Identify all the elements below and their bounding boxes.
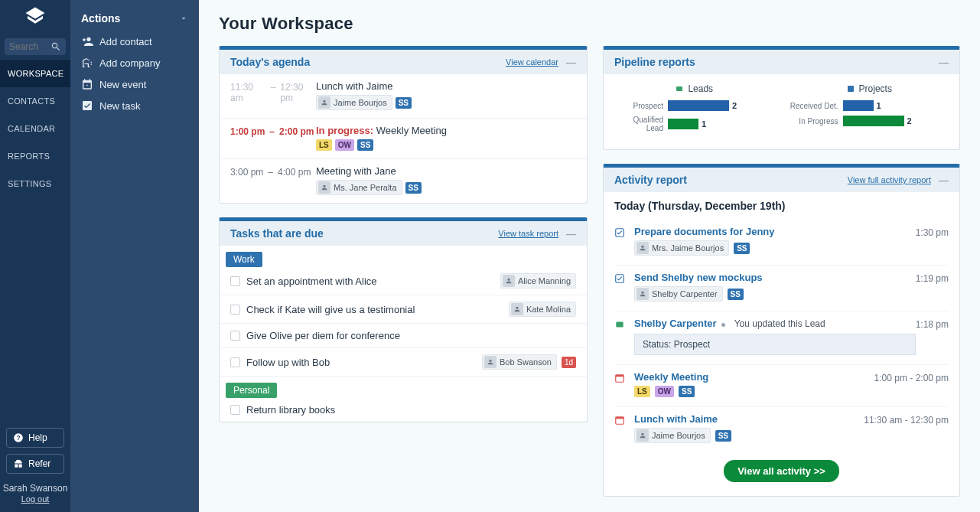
logout-link[interactable]: Log out [21, 494, 50, 504]
initials-badge[interactable]: LS [634, 386, 650, 397]
logo[interactable] [0, 0, 70, 34]
person-chip[interactable]: Jaime Bourjos [634, 428, 711, 443]
help-icon: ? [13, 432, 24, 443]
task-row[interactable]: Give Olive per diem for conference [220, 324, 587, 348]
activity-title: Activity report [614, 174, 687, 186]
svg-rect-6 [616, 322, 623, 328]
nav-item-calendar[interactable]: CALENDAR [0, 115, 70, 142]
initials-badge[interactable]: SS [357, 139, 373, 151]
activity-item-title[interactable]: Shelby Carpenter [634, 318, 717, 329]
new-task-icon [81, 99, 93, 112]
pipeline-title: Pipeline reports [614, 56, 695, 68]
nav-item-contacts[interactable]: CONTACTS [0, 87, 70, 115]
person-chip[interactable]: Kate Molina [509, 302, 576, 317]
chevron-down-icon[interactable] [179, 14, 188, 23]
pipeline-bar-row[interactable]: Prospect2 [614, 100, 774, 111]
view-activity-link[interactable]: View full activity report [848, 175, 931, 184]
action-add-contact[interactable]: Add contact [70, 31, 199, 52]
view-calendar-link[interactable]: View calendar [506, 57, 558, 67]
activity-time: 1:18 pm [916, 318, 949, 355]
person-chip[interactable]: Mrs. Jaime Bourjos [634, 240, 729, 256]
add-company-icon [81, 57, 93, 69]
task-checkbox[interactable] [230, 357, 240, 367]
collapse-icon[interactable]: — [566, 228, 576, 240]
task-label: Check if Kate will give us a testimonial [246, 304, 509, 315]
pipeline-col-title: Leads [614, 83, 774, 94]
initials-badge[interactable]: SS [734, 243, 750, 254]
initials-badge[interactable]: SS [728, 289, 744, 300]
activity-item[interactable]: Prepare documents for JennyMrs. Jaime Bo… [614, 220, 949, 266]
activity-item-title[interactable]: Lunch with Jaime [634, 413, 718, 425]
person-chip[interactable]: Alice Manning [500, 273, 576, 289]
user-name: Sarah Swanson [0, 483, 70, 494]
pipeline-col-title: Projects [790, 83, 949, 94]
pipeline-card: Pipeline reports — LeadsProspect2Qualifi… [603, 46, 960, 150]
task-checkbox[interactable] [230, 331, 240, 341]
task-row[interactable]: Check if Kate will give us a testimonial… [220, 295, 587, 324]
help-button[interactable]: ? Help [6, 428, 64, 448]
nav-item-reports[interactable]: REPORTS [0, 142, 70, 170]
cal-icon [614, 413, 628, 443]
new-event-icon [81, 78, 93, 90]
tasks-title: Tasks that are due [230, 227, 324, 240]
pipeline-bar-row[interactable]: Received Det.1 [790, 100, 949, 111]
agenda-card: Today's agenda View calendar — 11:30 am–… [219, 46, 588, 204]
task-checkbox[interactable] [230, 405, 240, 415]
initials-badge[interactable]: LS [316, 139, 332, 151]
task-checkbox[interactable] [230, 305, 240, 315]
activity-item-title[interactable]: Prepare documents for Jenny [634, 226, 775, 237]
person-chip[interactable]: Shelby Carpenter [634, 286, 723, 302]
person-chip[interactable]: Ms. Jane Peralta [316, 180, 402, 195]
activity-time: 1:19 pm [916, 272, 949, 302]
initials-badge[interactable]: OW [335, 139, 354, 151]
pipeline-bar-row[interactable]: In Progress2 [790, 116, 949, 126]
svg-text:?: ? [17, 435, 21, 442]
task-label: Follow up with Bob [246, 357, 482, 368]
activity-item[interactable]: Send Shelby new mockupsShelby CarpenterS… [614, 266, 949, 311]
action-new-task[interactable]: New task [70, 95, 199, 116]
search-input[interactable] [9, 41, 50, 52]
task-row[interactable]: Set an appointment with AliceAlice Manni… [220, 267, 587, 295]
collapse-icon[interactable]: — [939, 57, 949, 68]
lead-icon [614, 318, 628, 355]
nav-item-settings[interactable]: SETTINGS [0, 170, 70, 197]
activity-item-title[interactable]: Send Shelby new mockups [634, 272, 763, 283]
avatar-icon [511, 303, 523, 315]
view-all-activity-button[interactable]: View all activity >> [724, 460, 839, 482]
person-chip[interactable]: Bob Swanson [482, 354, 557, 370]
task-checkbox[interactable] [230, 276, 240, 286]
initials-badge[interactable]: SS [396, 97, 412, 109]
activity-item-title[interactable]: Weekly Meeting [634, 371, 708, 383]
initials-badge[interactable]: SS [679, 386, 695, 397]
search-box[interactable] [5, 38, 66, 55]
pipeline-bar-row[interactable]: Qualified Lead1 [614, 116, 774, 132]
nav-item-workspace[interactable]: WORKSPACE [0, 60, 70, 87]
collapse-icon[interactable]: — [939, 174, 949, 186]
refer-button[interactable]: Refer [6, 454, 64, 474]
task-row[interactable]: Return library books [220, 398, 587, 422]
add-contact-icon [81, 35, 93, 47]
check-icon [614, 272, 628, 302]
initials-badge[interactable]: SS [715, 430, 731, 442]
view-task-report-link[interactable]: View task report [498, 229, 558, 238]
initials-badge[interactable]: SS [405, 182, 422, 194]
agenda-row[interactable]: 3:00 pm–4:00 pmMeeting with JaneMs. Jane… [220, 159, 587, 203]
task-row[interactable]: Follow up with BobBob Swanson1d [220, 348, 587, 377]
initials-badge[interactable]: OW [655, 386, 674, 397]
action-new-event[interactable]: New event [70, 73, 199, 95]
agenda-row[interactable]: 1:00 pm–2:00 pmIn progress: Weekly Meeti… [220, 119, 587, 159]
avatar-icon [318, 96, 330, 109]
collapse-icon[interactable]: — [566, 57, 576, 68]
refer-label: Refer [28, 458, 50, 469]
activity-item[interactable]: Weekly MeetingLSOWSS1:00 pm - 2:00 pm [614, 365, 949, 407]
activity-item[interactable]: Shelby CarpenterYou updated this LeadSta… [614, 311, 949, 365]
avatar-icon [503, 275, 515, 287]
svg-rect-10 [616, 417, 624, 419]
agenda-title: Today's agenda [230, 56, 310, 68]
agenda-row[interactable]: 11:30 am–12:30 pmLunch with JaimeJaime B… [220, 74, 587, 119]
overdue-badge: 1d [562, 357, 576, 368]
person-chip[interactable]: Jaime Bourjos [316, 95, 392, 110]
avatar-icon [484, 356, 497, 368]
activity-item[interactable]: Lunch with JaimeJaime BourjosSS11:30 am … [614, 407, 949, 452]
action-add-company[interactable]: Add company [70, 52, 199, 73]
